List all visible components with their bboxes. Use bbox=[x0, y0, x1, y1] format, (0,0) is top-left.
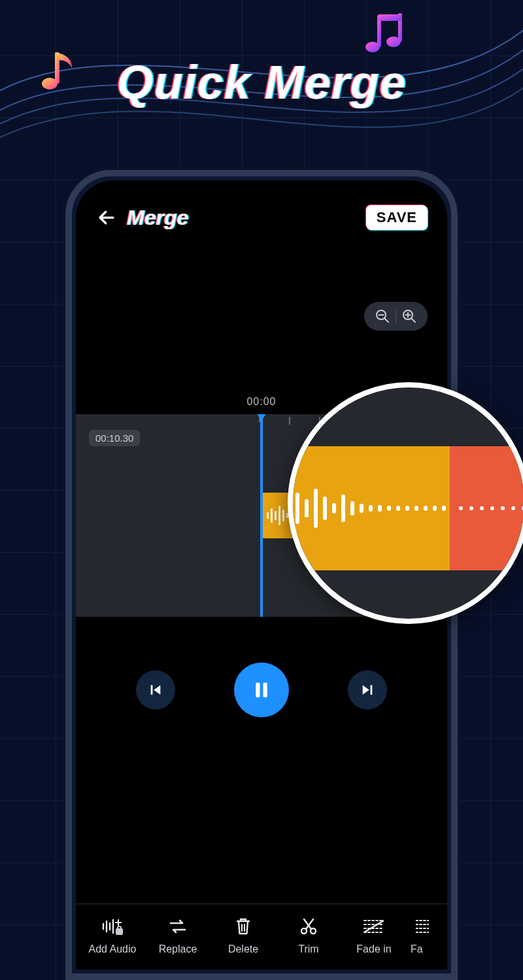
waveform-icon bbox=[288, 489, 446, 528]
pause-icon bbox=[252, 679, 271, 701]
fade-out-icon bbox=[411, 915, 434, 938]
back-button[interactable] bbox=[95, 206, 118, 229]
tool-trim[interactable]: Trim bbox=[276, 915, 341, 955]
svg-rect-17 bbox=[371, 685, 373, 695]
tool-label: Replace bbox=[159, 943, 197, 955]
zoom-out-button[interactable] bbox=[369, 302, 396, 331]
waveform-dots-icon bbox=[459, 506, 523, 510]
fade-in-icon bbox=[362, 915, 386, 938]
promo-title: Quick Merge bbox=[0, 56, 523, 109]
app-header: Merge SAVE bbox=[76, 180, 447, 243]
next-button[interactable] bbox=[348, 670, 387, 710]
trash-icon bbox=[231, 915, 255, 938]
svg-rect-25 bbox=[118, 926, 121, 930]
magnified-clip-orange bbox=[450, 446, 523, 570]
clip-duration-chip: 00:10.30 bbox=[89, 430, 140, 446]
tool-label: Trim bbox=[298, 943, 318, 955]
svg-rect-14 bbox=[151, 685, 153, 695]
tool-label: Fa bbox=[411, 943, 423, 955]
arrow-left-icon bbox=[97, 208, 116, 227]
skip-next-icon bbox=[360, 683, 375, 697]
magnified-clip-yellow bbox=[288, 446, 450, 570]
playback-controls bbox=[76, 617, 447, 717]
tool-delete[interactable]: Delete bbox=[211, 915, 276, 955]
svg-line-8 bbox=[384, 318, 388, 322]
tool-replace[interactable]: Replace bbox=[145, 915, 211, 955]
tool-label: Delete bbox=[228, 943, 258, 955]
svg-rect-15 bbox=[256, 683, 260, 698]
skip-previous-icon bbox=[148, 683, 163, 697]
screen-title: Merge bbox=[127, 206, 188, 230]
zoom-in-icon bbox=[401, 308, 417, 324]
bottom-toolbar: Add Audio Replace Delete bbox=[76, 904, 447, 970]
magnifier-overlay bbox=[288, 382, 523, 624]
zoom-out-icon bbox=[375, 308, 390, 324]
svg-rect-4 bbox=[377, 17, 381, 47]
tool-label: Fade in bbox=[356, 943, 391, 955]
music-note-icon bbox=[363, 12, 405, 55]
svg-rect-6 bbox=[377, 14, 402, 21]
tool-label: Add Audio bbox=[89, 943, 137, 955]
playhead[interactable] bbox=[260, 414, 263, 617]
tool-add-audio[interactable]: Add Audio bbox=[80, 915, 145, 955]
previous-button[interactable] bbox=[136, 670, 175, 710]
tool-fade-in[interactable]: Fade in bbox=[341, 915, 407, 955]
add-audio-icon bbox=[101, 915, 124, 938]
replace-icon bbox=[166, 915, 190, 938]
zoom-control bbox=[364, 302, 428, 331]
svg-rect-16 bbox=[263, 683, 267, 698]
svg-line-11 bbox=[411, 318, 415, 322]
save-button[interactable]: SAVE bbox=[366, 205, 428, 230]
play-pause-button[interactable] bbox=[234, 662, 289, 717]
scissors-icon bbox=[297, 915, 320, 938]
zoom-in-button[interactable] bbox=[396, 302, 422, 331]
tool-fade-out-partial[interactable]: Fa bbox=[407, 915, 439, 955]
